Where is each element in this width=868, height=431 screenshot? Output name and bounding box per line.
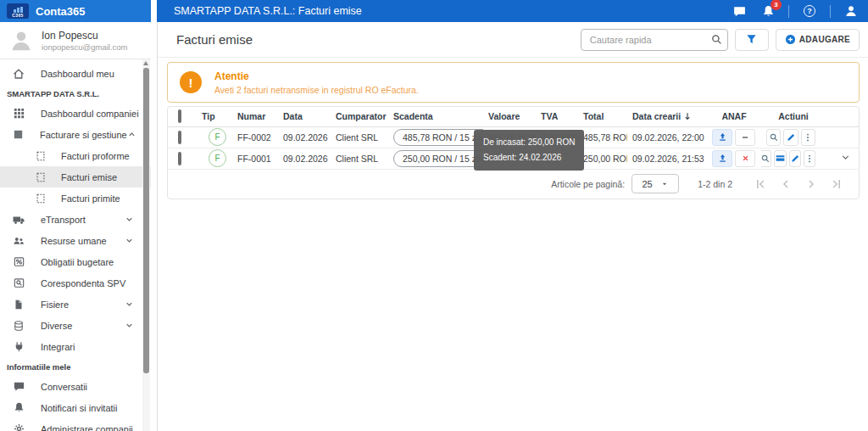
- magnifier-icon: [769, 132, 779, 143]
- column-header-cumparator[interactable]: Cumparator: [331, 107, 388, 126]
- tooltip-line-1: De incasat: 250,00 RON: [483, 135, 575, 150]
- funnel-icon: [745, 33, 758, 46]
- select-all-checkbox[interactable]: [178, 109, 181, 123]
- more-actions-button[interactable]: [804, 150, 815, 167]
- topbar-title: SMARTAPP DATA S.R.L.: Facturi emise: [174, 5, 731, 17]
- invoice-icon: [34, 192, 47, 205]
- column-header-total[interactable]: Total: [578, 107, 627, 126]
- bar-chart-icon: [14, 7, 23, 13]
- column-header-scadenta[interactable]: Scadenta: [388, 107, 483, 126]
- sidebar-item-resurse-umane[interactable]: Resurse umane: [0, 230, 151, 251]
- divider: [788, 5, 789, 18]
- sidebar-item-dashboardul-meu[interactable]: Dashboardul meu: [0, 63, 151, 84]
- notifications-button[interactable]: 3: [760, 3, 776, 20]
- preview-button[interactable]: [766, 129, 781, 146]
- cell-data-crearii: 09.02.2026, 21:53: [627, 148, 707, 169]
- sidebar-item-obligatii-bugetare[interactable]: Obligatii bugetare: [0, 251, 151, 272]
- sidebar-scrollbar[interactable]: [142, 59, 150, 431]
- user-block[interactable]: Ion Popescu ionpopescu@gmail.com: [0, 22, 151, 59]
- per-page-select[interactable]: 25: [632, 174, 679, 193]
- filter-button[interactable]: [735, 29, 769, 51]
- cell-total: 485,78 RON: [578, 126, 627, 148]
- app-logo[interactable]: C365: [7, 3, 29, 19]
- scrollbar-thumb[interactable]: [143, 68, 149, 373]
- chevron-left-icon: [779, 177, 793, 191]
- invoice-type-badge: F: [209, 149, 226, 167]
- chevron-right-icon: [804, 177, 818, 191]
- column-header-data-crearii[interactable]: Data crearii: [627, 107, 707, 126]
- x-icon: [741, 154, 750, 163]
- brand-name: Conta365: [36, 5, 86, 18]
- header-actions: ADAUGARE: [581, 29, 860, 51]
- column-header-valoare[interactable]: Valoare: [483, 107, 536, 126]
- sidebar-item-facturare-si-gestiune[interactable]: Facturare si gestiune: [0, 124, 151, 145]
- sidebar-item-facturi-primite[interactable]: Facturi primite: [0, 188, 151, 209]
- previous-page-button[interactable]: [778, 176, 793, 191]
- payment-button[interactable]: [774, 150, 787, 167]
- sidebar-item-diverse[interactable]: Diverse: [0, 315, 151, 336]
- expand-row-button[interactable]: [840, 152, 851, 163]
- chevron-down-icon: [840, 152, 851, 163]
- anaf-error-button[interactable]: [735, 150, 755, 167]
- banner-message: Aveti 2 facturi netransmise in registrul…: [214, 85, 419, 95]
- anaf-upload-button[interactable]: [712, 150, 732, 167]
- sidebar-item-corespondenta-spv[interactable]: Corespondenta SPV: [0, 272, 151, 294]
- add-button-label: ADAUGARE: [799, 35, 850, 44]
- pencil-icon: [786, 132, 796, 143]
- cell-data: 09.02.2026: [278, 126, 331, 148]
- add-button[interactable]: ADAUGARE: [776, 29, 860, 51]
- sidebar-item-dashboardul-companiei[interactable]: Dashboardul companiei: [0, 103, 151, 124]
- page-range: 1-2 din 2: [698, 179, 732, 189]
- anaf-status-button[interactable]: [735, 129, 755, 146]
- due-chip: 485,78 RON / 15 zile: [393, 129, 483, 146]
- edit-button[interactable]: [789, 150, 801, 167]
- column-header-actiuni[interactable]: Actiuni: [761, 107, 826, 126]
- cell-cumparator: Client SRL: [331, 126, 388, 148]
- chevron-down-icon: [125, 299, 134, 309]
- column-header-numar[interactable]: Numar: [232, 107, 278, 126]
- divider: [830, 5, 831, 18]
- cell-data-crearii: 09.02.2026, 22:00: [627, 126, 707, 148]
- sidebar-section-personal: Informatiile mele: [0, 357, 151, 376]
- cell-numar: FF-0001: [232, 148, 278, 169]
- last-page-button[interactable]: [829, 176, 843, 191]
- due-tooltip: De incasat: 250,00 RON Scadent: 24.02.20…: [474, 130, 584, 171]
- more-actions-button[interactable]: [801, 129, 815, 146]
- avatar: [8, 28, 34, 53]
- first-page-button[interactable]: [753, 176, 767, 191]
- column-header-tip[interactable]: Tip: [197, 107, 232, 126]
- due-chip: 250,00 RON / 15 zile: [393, 150, 483, 167]
- sidebar-item-facturi-emise[interactable]: Facturi emise: [0, 166, 151, 188]
- edit-button[interactable]: [783, 129, 798, 146]
- help-button[interactable]: ?: [801, 3, 818, 20]
- topbar-actions: 3 ?: [731, 3, 860, 20]
- sidebar-item-conversatii[interactable]: Conversatii: [0, 376, 151, 397]
- sidebar-item-integrari[interactable]: Integrari: [0, 336, 151, 357]
- column-header-tva[interactable]: TVA: [536, 107, 578, 126]
- account-button[interactable]: [843, 3, 860, 20]
- messages-button[interactable]: [731, 3, 748, 20]
- sort-desc-icon: [682, 111, 693, 121]
- page-title: Facturi emise: [176, 32, 581, 47]
- next-page-button[interactable]: [804, 176, 818, 191]
- select-all-header[interactable]: [168, 107, 197, 126]
- sidebar-item-etransport[interactable]: eTransport: [0, 209, 151, 230]
- sidebar-item-facturi-proforme[interactable]: Facturi proforme: [0, 145, 151, 166]
- main-content: Facturi emise ADAUGARE: [157, 22, 868, 431]
- sidebar-item-fisiere[interactable]: Fisiere: [0, 294, 151, 315]
- search-input[interactable]: [581, 35, 710, 45]
- people-icon: [12, 234, 25, 248]
- user-name: Ion Popescu: [42, 30, 128, 42]
- sidebar-item-notificari-si-invitatii[interactable]: Notificari si invitatii: [0, 397, 151, 418]
- last-page-icon: [830, 177, 843, 191]
- preview-button[interactable]: [761, 150, 771, 167]
- row-checkbox[interactable]: [178, 152, 181, 165]
- row-checkbox[interactable]: [178, 131, 181, 144]
- anaf-upload-button[interactable]: [712, 129, 732, 146]
- chevron-down-icon: [125, 321, 134, 330]
- grid-icon: [12, 107, 25, 120]
- person-icon: [843, 3, 859, 19]
- sidebar-item-administrare-companii[interactable]: Administrare companii: [0, 418, 151, 431]
- column-header-data[interactable]: Data: [278, 107, 331, 126]
- column-header-anaf[interactable]: ANAF: [707, 107, 761, 126]
